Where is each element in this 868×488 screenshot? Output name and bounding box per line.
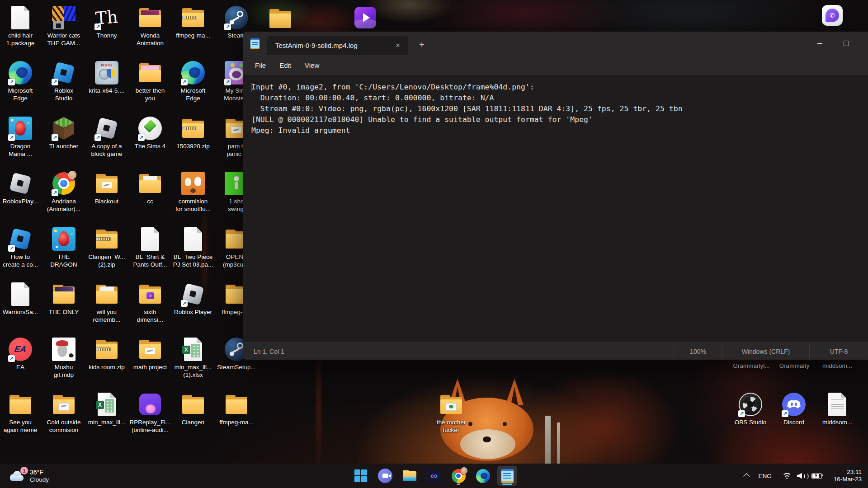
notepad-button[interactable] [497, 466, 517, 486]
desktop-icon-thonny[interactable]: Th↗ Thonny [85, 5, 128, 40]
file-explorer-button[interactable] [400, 466, 420, 486]
desktop-icon-ffmpeg-ma[interactable]: ffmpeg-ma... [171, 5, 215, 40]
desktop-icon-bl-shirt[interactable]: BL_Shirt & Pants Outf... [128, 226, 172, 268]
desktop-icon-robloxplay[interactable]: RobloxPlay... [0, 170, 42, 206]
menu-edit[interactable]: Edit [273, 59, 298, 72]
desktop-icon-mushu[interactable]: Mushu gif.mdp [42, 336, 85, 379]
icon-label: Dragon Mania ... [9, 143, 32, 158]
desktop-icon-bl-two-piece[interactable]: BL_Two Piece PJ Set 03.pa... [171, 226, 215, 268]
desktop-icon-cc[interactable]: cc [128, 170, 172, 206]
cat-commission-icon [181, 172, 205, 195]
notepad-icon [250, 38, 259, 49]
start-button[interactable] [351, 466, 371, 486]
media-player-icon[interactable] [344, 5, 387, 31]
edge-button[interactable] [473, 466, 493, 486]
icon-label: WarriorsSa... [3, 309, 38, 316]
desktop-icon-obs-studio[interactable]: ↗ OBS Studio [729, 391, 772, 427]
icon-label: THE ONLY [49, 309, 79, 316]
icon-label: Discord [783, 419, 804, 427]
desktop-icon-clangen[interactable]: Clangen [171, 391, 215, 427]
desktop-icon-ea[interactable]: EA↗ EA [0, 336, 42, 371]
desktop-icon-microsoft[interactable]: ↗ Microsoft Edge [0, 60, 42, 102]
editor-line: Duration: 00:00:00.40, start: 0.000000, … [251, 93, 868, 103]
new-tab-button[interactable]: + [414, 38, 430, 52]
desktop-icon-child-hair[interactable]: child hair 1.package [0, 5, 42, 47]
desktop-icon-tlauncher[interactable]: ↗ TLauncher [42, 115, 85, 150]
desktop-icon-discord[interactable]: ↗ Discord [772, 391, 816, 427]
desktop-icon-roblox-player[interactable]: ↗ Roblox Player [171, 281, 215, 316]
adobe-creative-cloud-button[interactable]: ∞ [424, 466, 444, 486]
maximize-button[interactable] [836, 36, 857, 51]
menu-file[interactable]: File [248, 59, 273, 72]
desktop-icon-microsoft[interactable]: ↗ Microsoft Edge [171, 60, 215, 102]
notepad-app-icon [250, 38, 259, 49]
desktop-icon-how-to[interactable]: ↗ How to create a co... [0, 226, 42, 268]
minimize-button[interactable] [809, 36, 830, 51]
folder-icon [180, 392, 206, 417]
desktop-icon-krita-x64-5[interactable]: NSIS krita-x64-5.... [85, 60, 128, 95]
desktop-icon-ffmpeg-ma[interactable]: ffmpeg-ma... [215, 391, 258, 427]
desktop-icon-roblox[interactable]: ↗ Roblox Studio [42, 60, 85, 102]
messenger-app-icon[interactable]: ✆ [811, 2, 854, 28]
icon-label: Blackout [95, 198, 118, 206]
language-indicator[interactable]: ENG [753, 467, 777, 485]
desktop-icon-the-only[interactable]: THE ONLY [42, 281, 85, 316]
desktop-icon-label-grammarlyl[interactable]: Grammarlyl... [726, 362, 776, 370]
document-icon [141, 227, 159, 251]
desktop-icon-the-sims-4[interactable]: ↗ The Sims 4 [128, 115, 172, 150]
icon-label: See you again meme [4, 419, 37, 434]
desktop-icon-cold-outside[interactable]: Cold outside commision [42, 391, 85, 434]
desktop-icon-1503920-zip[interactable]: 1503920.zip [171, 115, 215, 150]
menu-view[interactable]: View [298, 59, 326, 72]
desktop-icon-better-then[interactable]: better then you [128, 60, 172, 102]
desktop-icon-andriana[interactable]: ↗ Andriana (Animator)... [42, 170, 85, 213]
shortcut-arrow-icon: ↗ [224, 79, 231, 85]
desktop-icon-dragon[interactable]: ↗ Dragon Mania ... [0, 115, 42, 158]
icon-label: 1503920.zip [176, 143, 210, 150]
clock[interactable]: 23:11 16-Mar-23 [827, 469, 862, 483]
desktop-icon-math-project[interactable]: math project [128, 336, 172, 371]
zoom-level[interactable]: 100% [674, 343, 722, 360]
tab-testanim-log[interactable]: TestAnim-0-9-solid.mp4.log ✕ [267, 36, 408, 55]
taskbar: 1 36°F Cloudy ∞ ENG 23:11 [0, 464, 868, 488]
desktop-icon-will-you[interactable]: will you rememb... [85, 281, 128, 324]
icon-label: EA [16, 364, 24, 371]
document-icon [11, 6, 29, 29]
desktop-icon-min-max-lll[interactable]: X min_max_lll... [85, 391, 128, 427]
folder-icon [94, 282, 119, 307]
desktop-icon-blackout[interactable]: Blackout [85, 170, 128, 206]
desktop-icon-the-mother[interactable]: the mother fucker [429, 391, 473, 434]
desktop-icon-clangen-w[interactable]: Clangen_W... (2).zip [85, 226, 128, 268]
desktop-icon-rpreplay-fi[interactable]: RPReplay_Fi... (online-audi... [128, 391, 172, 434]
desktop-icon-kids-room-zip[interactable]: kids room.zip [85, 336, 128, 371]
tab-close-icon[interactable]: ✕ [392, 40, 404, 52]
desktop-icon-wonda[interactable]: Wonda Animation [128, 5, 172, 47]
desktop-icon-min-max-lll[interactable]: X min_max_lll... (1).xlsx [171, 336, 215, 379]
desktop-icon-label-middsom[interactable]: middsom... [812, 362, 862, 370]
icon-label: SteamSetup... [217, 364, 256, 371]
excel-file-icon: X [98, 393, 116, 416]
desktop-icon-sixth[interactable]: sixth dimensi... [128, 281, 172, 324]
editor-line: Mpeg: Invalid argument [251, 125, 868, 136]
tray-status-icons[interactable] [777, 467, 827, 485]
icon-label: Microsoft Edge [8, 87, 33, 102]
desktop-icon-see-you[interactable]: See you again meme [0, 391, 42, 434]
desktop-icon-the[interactable]: THE DRAGON [42, 226, 85, 268]
desktop-icon-a-copy-of-a[interactable]: ↗ A copy of a block game [85, 115, 128, 158]
icon-label: the mother fucker [437, 419, 466, 434]
folder-icon [137, 337, 163, 362]
teams-chat-button[interactable] [375, 466, 395, 486]
folder-icon [8, 392, 33, 417]
desktop-icon-warrior-cats[interactable]: Warrior cats THE GAM... [42, 5, 85, 47]
chrome-button[interactable] [448, 466, 468, 486]
desktop-folder-unlabeled[interactable] [259, 5, 302, 32]
tray-chevron-icon[interactable] [739, 467, 753, 485]
notepad-tab-bar[interactable]: TestAnim-0-9-solid.mp4.log ✕ + [243, 32, 868, 55]
icon-label: middsom... [822, 419, 852, 427]
desktop-icon-middsom[interactable]: middsom... [816, 391, 859, 427]
desktop-icon-commision[interactable]: commision for snootflu... [171, 170, 215, 213]
desktop-icon-label-grammarly[interactable]: Grammarly [769, 362, 819, 370]
weather-widget[interactable]: 1 36°F Cloudy [5, 466, 54, 486]
notepad-editor[interactable]: Input #0, image2, from 'C:/Users/Lenovo/… [243, 75, 868, 343]
desktop-icon-warriorssa[interactable]: WarriorsSa... [0, 281, 42, 316]
